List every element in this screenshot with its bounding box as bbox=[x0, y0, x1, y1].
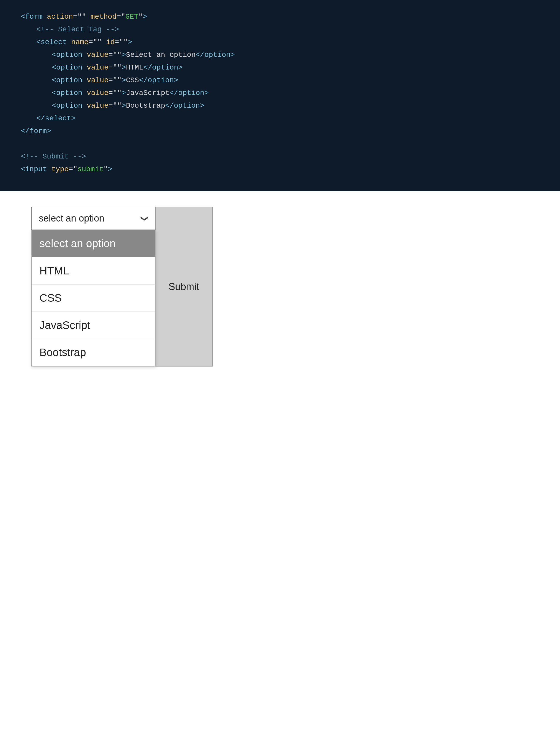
code-line: <!-- Submit --> bbox=[21, 150, 547, 163]
select-label: select an option bbox=[39, 213, 104, 224]
dropdown-item[interactable]: HTML bbox=[32, 257, 155, 285]
dropdown-list[interactable]: select an optionHTMLCSSJavaScriptBootstr… bbox=[31, 230, 156, 366]
select-wrapper[interactable]: select an option ❯ select an optionHTMLC… bbox=[31, 207, 156, 366]
code-line: <option value="">Bootstrap</option> bbox=[21, 99, 547, 112]
select-display[interactable]: select an option ❯ bbox=[31, 207, 156, 230]
code-line: </form> bbox=[21, 125, 547, 137]
code-line: <option value="">HTML</option> bbox=[21, 61, 547, 74]
code-line: </select> bbox=[21, 112, 547, 125]
form-row: select an option ❯ select an optionHTMLC… bbox=[31, 207, 529, 366]
code-line: <form action="" method="GET"> bbox=[21, 10, 547, 23]
ui-panel: select an option ❯ select an optionHTMLC… bbox=[0, 191, 560, 387]
code-line: <option value="">CSS</option> bbox=[21, 74, 547, 87]
submit-button[interactable]: Submit bbox=[156, 207, 213, 366]
code-line: <option value="">JavaScript</option> bbox=[21, 87, 547, 99]
code-line bbox=[21, 137, 547, 150]
dropdown-item[interactable]: CSS bbox=[32, 285, 155, 312]
chevron-down-icon: ❯ bbox=[140, 215, 149, 222]
code-line: <!-- Select Tag --> bbox=[21, 23, 547, 36]
dropdown-item[interactable]: JavaScript bbox=[32, 312, 155, 339]
code-line: <select name="" id=""> bbox=[21, 36, 547, 49]
code-line: <option value="">Select an option</optio… bbox=[21, 49, 547, 61]
dropdown-item[interactable]: select an option bbox=[32, 230, 155, 257]
dropdown-item[interactable]: Bootstrap bbox=[32, 339, 155, 366]
code-panel: <form action="" method="GET"><!-- Select… bbox=[0, 0, 560, 191]
code-line: <input type="submit"> bbox=[21, 163, 547, 176]
